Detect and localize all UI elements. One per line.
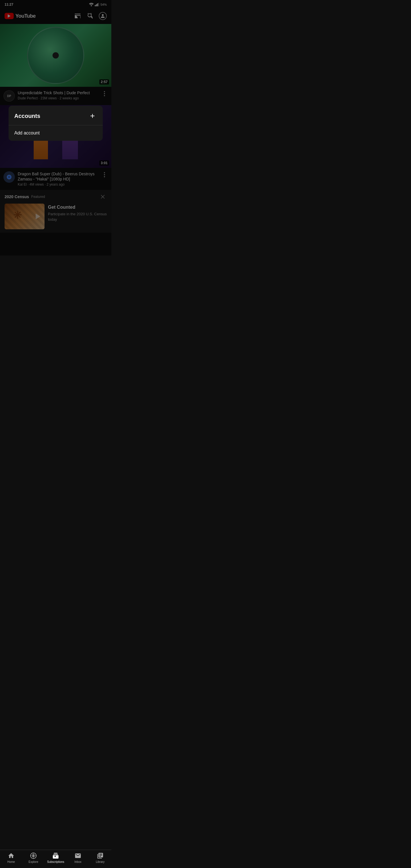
add-account-text: Add account	[14, 130, 40, 135]
add-account-icon-button[interactable]	[88, 111, 97, 121]
accounts-header: Accounts	[8, 106, 103, 125]
accounts-title: Accounts	[14, 113, 40, 119]
accounts-modal: Accounts Add account	[8, 106, 103, 141]
add-account-row[interactable]: Add account	[8, 125, 103, 141]
plus-icon	[89, 113, 96, 119]
